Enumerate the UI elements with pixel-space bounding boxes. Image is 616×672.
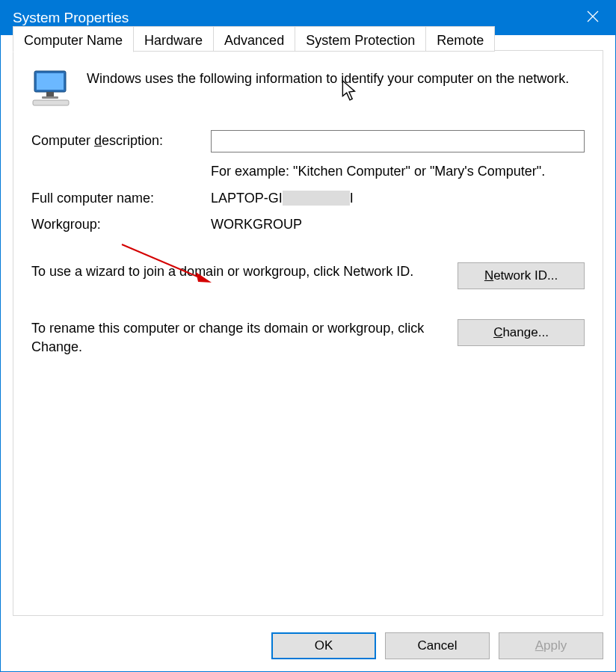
svg-rect-6	[46, 92, 54, 96]
network-id-text: To use a wizard to join a domain or work…	[31, 262, 444, 280]
workgroup-row: Workgroup: WORKGROUP	[31, 217, 585, 232]
svg-rect-7	[42, 96, 58, 99]
cancel-button[interactable]: Cancel	[385, 632, 490, 659]
change-button[interactable]: Change...	[458, 319, 585, 346]
tab-remote[interactable]: Remote	[426, 26, 495, 52]
workgroup-value: WORKGROUP	[211, 217, 585, 232]
tabstrip: Computer Name Hardware Advanced System P…	[13, 26, 495, 52]
tab-advanced[interactable]: Advanced	[214, 26, 295, 52]
tab-label: Advanced	[224, 33, 284, 49]
dialog-button-bar: OK Cancel Apply	[271, 632, 603, 659]
tab-label: System Protection	[306, 33, 415, 49]
tab-system-protection[interactable]: System Protection	[295, 26, 426, 52]
close-button[interactable]	[570, 1, 615, 35]
change-row: To rename this computer or change its do…	[31, 319, 585, 356]
network-id-button[interactable]: Network ID...	[458, 262, 585, 289]
computer-description-label: Computer description:	[31, 130, 211, 149]
tab-label: Remote	[437, 33, 484, 49]
tab-container: Computer Name Hardware Advanced System P…	[13, 50, 603, 616]
intro-text: Windows uses the following information t…	[87, 70, 585, 87]
workgroup-label: Workgroup:	[31, 217, 211, 232]
close-icon	[587, 10, 599, 26]
computer-description-input[interactable]	[211, 130, 585, 152]
computer-icon	[31, 70, 73, 111]
tab-content-computer-name: Windows uses the following information t…	[13, 52, 603, 615]
computer-description-row: Computer description:	[31, 130, 585, 152]
svg-rect-5	[37, 73, 64, 90]
computer-description-hint: For example: "Kitchen Computer" or "Mary…	[211, 163, 547, 180]
tab-label: Computer Name	[24, 33, 123, 49]
window-title: System Properties	[13, 10, 129, 26]
svg-rect-8	[33, 100, 69, 105]
redacted-segment	[283, 191, 350, 206]
ok-button[interactable]: OK	[271, 632, 376, 659]
full-computer-name-row: Full computer name: LAPTOP-GII	[31, 191, 585, 206]
network-id-row: To use a wizard to join a domain or work…	[31, 262, 585, 289]
tab-label: Hardware	[144, 33, 203, 49]
intro-row: Windows uses the following information t…	[31, 70, 585, 111]
change-text: To rename this computer or change its do…	[31, 319, 444, 356]
apply-button: Apply	[499, 632, 603, 659]
full-computer-name-label: Full computer name:	[31, 191, 211, 206]
full-computer-name-value: LAPTOP-GII	[211, 191, 585, 206]
tab-computer-name[interactable]: Computer Name	[13, 26, 134, 52]
system-properties-window: System Properties Computer Name Hardware…	[0, 0, 616, 672]
tab-hardware[interactable]: Hardware	[134, 26, 214, 52]
client-area: Computer Name Hardware Advanced System P…	[1, 35, 615, 671]
